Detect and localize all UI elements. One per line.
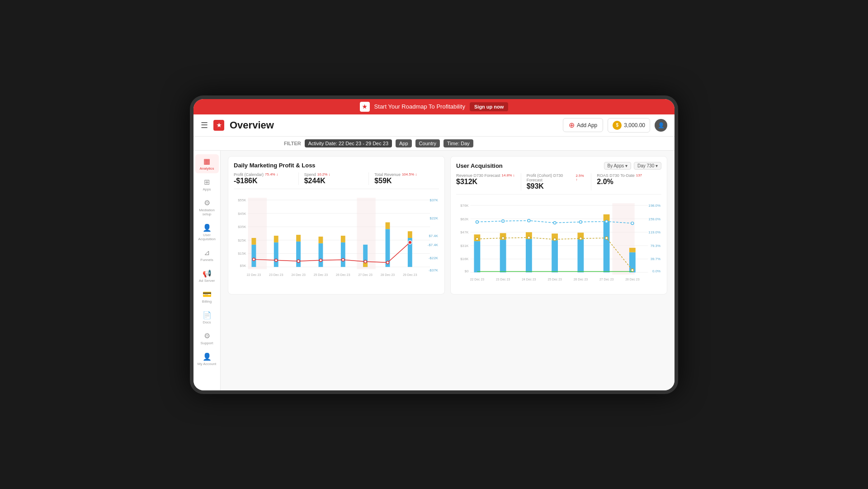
- svg-point-89: [579, 220, 582, 223]
- main-layout: ▦ Analytics ⊞ Apps ⚙ Mediation setup 👤 U…: [193, 151, 675, 390]
- daily-pnl-header: Daily Marketing Profit & Loss: [234, 162, 439, 169]
- sidebar-item-account[interactable]: 👤 My Account: [195, 350, 219, 369]
- svg-text:0.0%: 0.0%: [652, 269, 660, 273]
- svg-point-86: [502, 219, 505, 222]
- add-app-button[interactable]: ⊕ Add App: [563, 118, 603, 132]
- sidebar-item-analytics[interactable]: ▦ Analytics: [195, 154, 219, 173]
- stat-total-revenue: Total Revenue 104.5% ↓ $59K: [368, 172, 439, 185]
- support-icon: ⚙: [204, 332, 210, 340]
- svg-text:79.3%: 79.3%: [651, 243, 660, 247]
- svg-text:-$7.4K: -$7.4K: [428, 242, 439, 247]
- sidebar-item-docs[interactable]: 📄 Docs: [195, 308, 219, 327]
- svg-text:$0: $0: [465, 269, 469, 273]
- stat-revenue-d730-value: $312K: [456, 178, 515, 186]
- stat-roas-label: ROAS D730 To-Date: [597, 173, 634, 178]
- svg-rect-22: [274, 242, 278, 266]
- daily-pnl-chart-card: Daily Marketing Profit & Loss Profit (Ca…: [228, 156, 445, 294]
- svg-rect-77: [552, 240, 558, 272]
- sidebar-item-support[interactable]: ⚙ Support: [195, 329, 219, 348]
- svg-text:$47K: $47K: [460, 230, 469, 234]
- stat-roas-value: 2.0%: [597, 178, 656, 186]
- user-acquisition-icon: 👤: [203, 223, 212, 232]
- sidebar-label-support: Support: [200, 341, 213, 345]
- sidebar: ▦ Analytics ⊞ Apps ⚙ Mediation setup 👤 U…: [193, 151, 221, 390]
- time-filter[interactable]: Time: Day: [443, 139, 473, 147]
- svg-text:22 Dec 23: 22 Dec 23: [247, 273, 261, 276]
- svg-point-38: [297, 260, 300, 262]
- stat-profit-calendar: Profit (Calendar) 75.4% ↓ -$186K: [234, 172, 298, 185]
- stat-profit-calendar-change: 75.4% ↓: [265, 172, 278, 176]
- svg-text:$35K: $35K: [238, 225, 246, 229]
- user-acquisition-header: User Acquisition By Apps ▾ Day 730 ▾: [456, 162, 661, 170]
- content-grid: Daily Marketing Profit & Loss Profit (Ca…: [228, 156, 667, 294]
- balance-button[interactable]: $ 3,000.00: [608, 118, 650, 133]
- device-frame: ★ Start Your Roadmap To Profitability Si…: [190, 95, 678, 394]
- svg-text:$16K: $16K: [460, 257, 469, 261]
- user-avatar[interactable]: 👤: [655, 119, 667, 132]
- svg-point-88: [553, 221, 556, 224]
- svg-point-42: [387, 261, 389, 264]
- activity-date-filter[interactable]: Activity Date: 22 Dec 23 - 29 Dec 23: [305, 139, 392, 147]
- user-acquisition-chart-card: User Acquisition By Apps ▾ Day 730 ▾ Rev…: [450, 156, 667, 294]
- svg-point-91: [631, 222, 634, 224]
- hamburger-menu-icon[interactable]: ☰: [201, 120, 208, 130]
- svg-point-97: [605, 237, 608, 239]
- svg-text:$45K: $45K: [238, 211, 246, 215]
- day-730-control[interactable]: Day 730 ▾: [634, 162, 661, 170]
- dollar-icon: $: [613, 121, 622, 130]
- svg-text:198.0%: 198.0%: [648, 204, 660, 208]
- sidebar-item-mediation[interactable]: ⚙ Mediation setup: [195, 196, 219, 219]
- svg-point-36: [252, 258, 255, 261]
- svg-rect-18: [248, 198, 267, 269]
- sidebar-item-user-acquisition[interactable]: 👤 User Acquisition: [195, 221, 219, 244]
- apps-icon: ⊞: [204, 178, 210, 186]
- svg-text:28 Dec 23: 28 Dec 23: [381, 273, 395, 276]
- svg-text:29 Dec 23: 29 Dec 23: [403, 273, 417, 276]
- sidebar-item-apps[interactable]: ⊞ Apps: [195, 175, 219, 194]
- svg-text:23 Dec 23: 23 Dec 23: [496, 277, 510, 280]
- svg-text:$22K: $22K: [430, 216, 439, 220]
- sidebar-item-funnels[interactable]: ⊿ Funnels: [195, 246, 219, 265]
- content-area: Daily Marketing Profit & Loss Profit (Ca…: [221, 151, 675, 390]
- svg-text:24 Dec 23: 24 Dec 23: [522, 277, 536, 280]
- by-apps-control[interactable]: By Apps ▾: [604, 162, 631, 170]
- stat-spend: Spend 10.2% ↓ $244K: [298, 172, 369, 185]
- svg-point-41: [364, 260, 367, 263]
- svg-rect-25: [296, 235, 301, 242]
- sidebar-label-docs: Docs: [203, 320, 211, 324]
- stat-roas-badge: 137: [636, 173, 642, 177]
- stat-revenue-d730-change: 14.8% ↓: [502, 173, 515, 177]
- svg-rect-26: [319, 243, 323, 266]
- user-acquisition-title: User Acquisition: [456, 162, 503, 169]
- daily-pnl-svg: $55K $45K $35K $25K $15K $5K $37K $22K $…: [234, 193, 439, 283]
- svg-text:27 Dec 23: 27 Dec 23: [358, 273, 373, 276]
- svg-text:-$37K: -$37K: [429, 268, 439, 272]
- page-title: Overview: [230, 119, 557, 131]
- stat-profit-cohort-label: Profit (Cohort) D730 Forecast: [527, 173, 575, 182]
- user-acquisition-stats: Revenue D730 Forecast 14.8% ↓ $312K Prof…: [456, 173, 661, 195]
- svg-text:23 Dec 23: 23 Dec 23: [269, 273, 283, 276]
- svg-text:159.0%: 159.0%: [648, 217, 660, 221]
- sidebar-label-ad-server: Ad Server: [199, 279, 215, 283]
- sidebar-label-analytics: Analytics: [199, 166, 214, 171]
- stat-total-revenue-value: $59K: [374, 177, 434, 185]
- country-filter[interactable]: Country: [415, 139, 440, 147]
- header: ☰ ★ Overview ⊕ Add App $ 3,000.00 👤: [193, 114, 675, 137]
- sidebar-item-ad-server[interactable]: 📢 Ad Server: [195, 266, 219, 285]
- svg-point-43: [408, 240, 412, 244]
- account-icon: 👤: [203, 352, 212, 361]
- svg-text:119.0%: 119.0%: [648, 230, 660, 234]
- stat-spend-value: $244K: [304, 177, 363, 185]
- docs-icon: 📄: [203, 311, 212, 319]
- banner-text: Start Your Roadmap To Profitability: [374, 103, 465, 110]
- banner-logo-icon: ★: [360, 102, 370, 112]
- app-filter[interactable]: App: [396, 139, 412, 147]
- signup-button[interactable]: Sign up now: [470, 102, 508, 111]
- stat-spend-change: 10.2% ↓: [317, 172, 330, 176]
- filter-label: FILTER: [284, 141, 301, 146]
- sidebar-item-billing[interactable]: 💳 Billing: [195, 287, 219, 306]
- svg-text:25 Dec 23: 25 Dec 23: [314, 273, 328, 276]
- stat-revenue-d730: Revenue D730 Forecast 14.8% ↓ $312K: [456, 173, 521, 190]
- plus-icon: ⊕: [569, 121, 575, 129]
- svg-point-87: [528, 219, 530, 222]
